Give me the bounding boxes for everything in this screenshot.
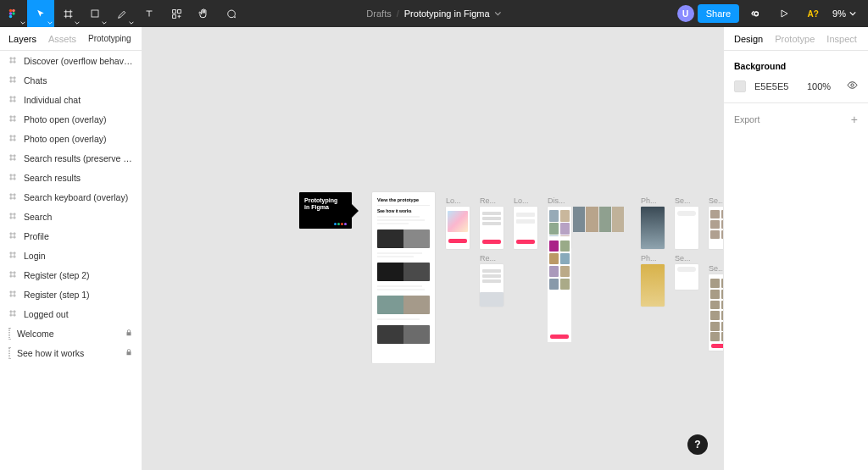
background-swatch[interactable] — [734, 80, 746, 92]
layer-item[interactable]: Register (step 1) — [0, 285, 142, 304]
present-button[interactable] — [771, 0, 797, 27]
breadcrumb-parent[interactable]: Drafts — [366, 8, 391, 19]
canvas-frame[interactable]: Re... — [480, 207, 504, 249]
canvas-frame[interactable] — [548, 236, 571, 342]
canvas-frame[interactable]: Se... — [709, 207, 723, 249]
layer-item[interactable]: Individual chat — [0, 90, 142, 109]
layer-label: Register (step 2) — [24, 270, 133, 280]
layer-label: Welcome — [17, 329, 118, 339]
frame-icon — [8, 173, 17, 183]
canvas-frame[interactable]: Lo... — [446, 207, 470, 249]
frame-label[interactable]: Re... — [480, 254, 496, 263]
tab-prototype[interactable]: Prototype — [775, 34, 815, 44]
frame-icon — [8, 134, 17, 144]
layer-item[interactable]: Profile — [0, 226, 142, 246]
layer-item[interactable]: Search results — [0, 168, 142, 187]
layer-item[interactable]: Register (step 2) — [0, 265, 142, 285]
svg-point-3 — [12, 9, 15, 13]
layer-item[interactable]: See how it works — [0, 343, 142, 362]
frame-icon — [8, 290, 17, 300]
zoom-value: 9% — [832, 8, 846, 19]
frame-label[interactable]: Re... — [480, 196, 496, 205]
layer-label: Logged out — [24, 309, 133, 319]
layer-label: Search keyboard (overlay) — [24, 192, 133, 202]
frame-tool-button[interactable] — [54, 0, 81, 27]
chevron-down-icon[interactable] — [495, 10, 502, 17]
frame-icon — [8, 75, 17, 86]
add-export-button[interactable]: + — [851, 113, 858, 125]
layer-label: Search results — [24, 173, 133, 183]
layer-label: See how it works — [17, 348, 118, 358]
export-section: Export + — [724, 103, 868, 135]
layer-item[interactable]: Search results (preserve scroll po... — [0, 148, 142, 168]
frame-label[interactable]: Ph... — [641, 196, 657, 205]
zoom-control[interactable]: 9% — [829, 8, 860, 19]
tab-inspect[interactable]: Inspect — [826, 34, 856, 44]
left-panel-tabs: Layers Assets Prototyping in ... — [0, 27, 142, 51]
frame-label[interactable]: Lo... — [514, 196, 529, 205]
frame-label[interactable]: Lo... — [446, 196, 461, 205]
help-button[interactable]: ? — [687, 434, 708, 455]
canvas-frame[interactable]: Ph... — [641, 264, 665, 307]
component-icon — [8, 329, 10, 339]
canvas-frame[interactable]: Lo... — [514, 207, 537, 249]
frame-see-how-it-works[interactable]: View the prototype See how it works — [372, 192, 435, 363]
layer-item[interactable]: Discover (overflow behavior) — [0, 51, 142, 70]
layer-item[interactable]: Search — [0, 207, 142, 226]
frame-label[interactable]: Dis... — [548, 196, 565, 205]
svg-point-2 — [9, 15, 13, 19]
hand-tool-button[interactable] — [190, 0, 217, 27]
tab-layers[interactable]: Layers — [8, 34, 36, 44]
dev-mode-button[interactable] — [743, 0, 768, 27]
layer-item[interactable]: Chats — [0, 70, 142, 90]
text-tool-button[interactable] — [136, 0, 163, 27]
move-tool-button[interactable] — [27, 0, 54, 27]
frame-label[interactable]: Se... — [675, 196, 691, 205]
canvas[interactable]: Prototyping in Figma View the prototype … — [142, 27, 723, 470]
canvas-frame[interactable]: Se... — [675, 264, 698, 290]
background-opacity[interactable]: 100% — [807, 81, 831, 91]
frame-welcome[interactable]: Prototyping in Figma — [299, 192, 352, 229]
resources-button[interactable] — [163, 0, 190, 27]
share-button[interactable]: Share — [698, 4, 739, 23]
right-panel-tabs: Design Prototype Inspect — [724, 27, 868, 51]
svg-point-0 — [9, 9, 13, 13]
page-selector[interactable]: Prototyping in ... — [88, 34, 133, 43]
frame-label[interactable]: Ph... — [641, 254, 657, 263]
layer-item[interactable]: Photo open (overlay) — [0, 109, 142, 129]
breadcrumb-file[interactable]: Prototyping in Figma — [404, 8, 490, 19]
canvas-frame[interactable]: Re... — [480, 264, 504, 307]
pen-tool-button[interactable] — [108, 0, 136, 27]
frame-label[interactable]: Se... — [675, 254, 691, 263]
canvas-frame[interactable] — [573, 207, 624, 232]
layer-label: Register (step 1) — [24, 290, 133, 300]
frame-icon — [8, 114, 17, 124]
layer-item[interactable]: Logged out — [0, 304, 142, 323]
main-menu-button[interactable] — [0, 0, 27, 27]
frame-icon — [8, 212, 17, 222]
layer-label: Chats — [24, 75, 133, 86]
visibility-toggle-icon[interactable] — [847, 80, 858, 92]
frame-icon — [8, 231, 17, 241]
frame-icon — [8, 251, 17, 261]
frame-label[interactable]: Se... — [709, 196, 723, 205]
layer-item[interactable]: Photo open (overlay) — [0, 129, 142, 148]
background-hex[interactable]: E5E5E5 — [754, 81, 798, 91]
canvas-frame[interactable]: Se... — [675, 207, 698, 249]
frame-label[interactable]: Se... — [709, 264, 723, 273]
canvas-frame[interactable]: Se... — [709, 274, 723, 351]
canvas-frame[interactable]: Ph... — [641, 207, 665, 249]
tab-assets[interactable]: Assets — [48, 34, 76, 44]
layer-list: Discover (overflow behavior)ChatsIndivid… — [0, 51, 142, 470]
comment-tool-button[interactable] — [217, 0, 244, 27]
avatar[interactable]: U — [677, 5, 694, 22]
missing-fonts-button[interactable]: A? — [800, 0, 826, 27]
layer-item[interactable]: Welcome — [0, 323, 142, 343]
tab-design[interactable]: Design — [734, 34, 763, 44]
export-title: Export — [734, 114, 760, 124]
layer-item[interactable]: Search keyboard (overlay) — [0, 187, 142, 207]
file-title[interactable]: Drafts / Prototyping in Figma — [366, 0, 501, 27]
layer-item[interactable]: Login — [0, 246, 142, 265]
shape-tool-button[interactable] — [81, 0, 108, 27]
toolbar-right: U Share A? 9% — [677, 0, 868, 27]
